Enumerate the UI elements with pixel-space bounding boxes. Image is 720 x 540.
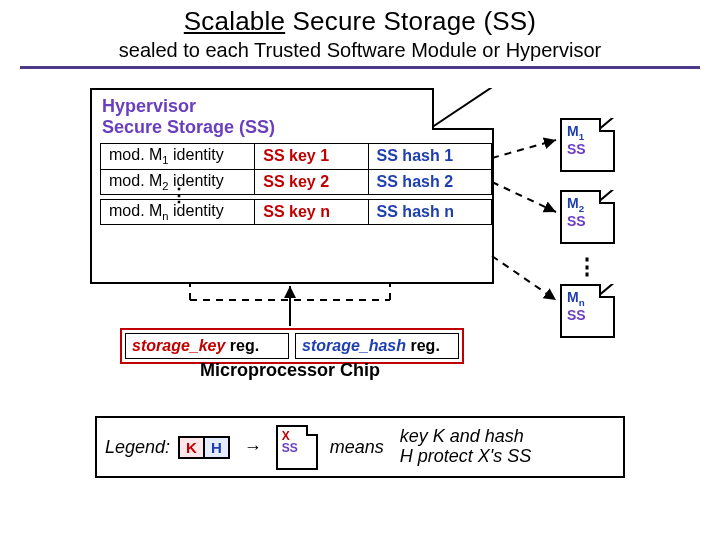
cell-hash: SS hash n [368,199,491,224]
module-ss-doc: M1 SS [560,118,615,172]
table-row: mod. M1 identity SS key 1 SS hash 1 [101,144,492,169]
vertical-ellipsis-icon: ⋮ [170,184,188,206]
legend-h-cell: H [203,436,230,459]
module-ss-doc: Mn SS [560,284,615,338]
vertical-ellipsis-icon: ⋮ [576,254,598,280]
page-subtitle: sealed to each Trusted Software Module o… [0,39,720,62]
cell-key: SS key 1 [255,144,368,169]
svg-line-7 [492,256,556,300]
cell-hash: SS hash 1 [368,144,491,169]
cell-key: SS key 2 [255,169,368,194]
microprocessor-chip: storage_key reg. storage_hash reg. [120,328,464,364]
cell-key: SS key n [255,199,368,224]
legend-means: means [330,437,384,458]
hvss-table: mod. M1 identity SS key 1 SS hash 1 mod.… [100,143,492,225]
table-row: mod. M2 identity SS key 2 SS hash 2 [101,169,492,194]
legend-box: Legend: K H → X SS means key K and hashH… [95,416,625,478]
legend-description: key K and hashH protect X's SS [400,427,531,467]
page-title: Scalable Secure Storage (SS) [0,6,720,37]
storage-hash-register: storage_hash reg. [295,333,459,359]
legend-ss-doc: X SS [276,425,318,470]
cell-hash: SS hash 2 [368,169,491,194]
arrow-right-icon: → [244,437,262,458]
legend-k-cell: K [178,436,205,459]
module-ss-doc: M2 SS [560,190,615,244]
title-block: Scalable Secure Storage (SS) sealed to e… [0,0,720,62]
svg-line-6 [492,182,556,212]
title-underlined: Scalable [184,6,285,36]
table-row: mod. Mn identity SS key n SS hash n [101,199,492,224]
cell-identity: mod. M1 identity [101,144,255,169]
chip-caption: Microprocessor Chip [120,360,460,381]
hypervisor-ss-document: Hypervisor Secure Storage (SS) mod. M1 i… [90,88,494,284]
storage-key-register: storage_key reg. [125,333,289,359]
legend-title: Legend: [105,437,170,458]
page-fold-line [434,88,494,128]
title-rest: Secure Storage (SS) [285,6,536,36]
title-divider [20,66,700,69]
svg-line-5 [492,140,556,158]
